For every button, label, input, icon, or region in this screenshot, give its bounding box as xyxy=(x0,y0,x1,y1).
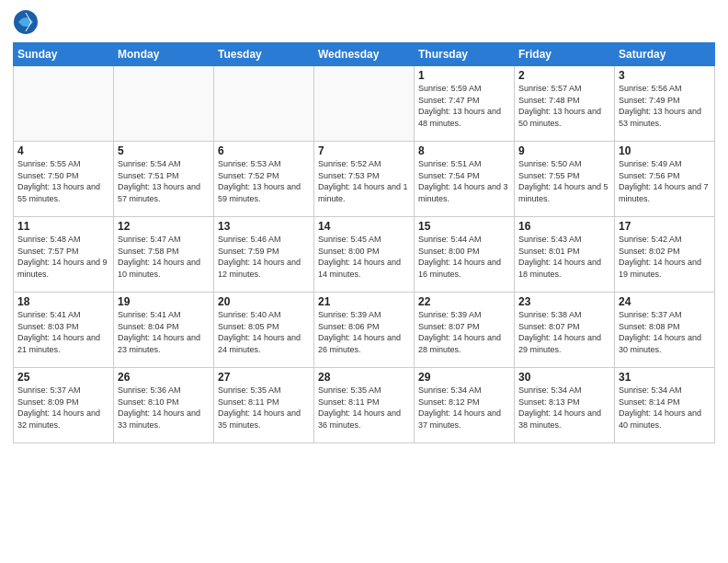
day-number: 20 xyxy=(218,295,310,308)
weekday-header: Sunday xyxy=(14,43,114,66)
day-number: 17 xyxy=(619,220,711,233)
calendar-cell: 20Sunrise: 5:40 AM Sunset: 8:05 PM Dayli… xyxy=(214,293,314,368)
day-number: 1 xyxy=(418,69,510,82)
day-number: 19 xyxy=(118,295,210,308)
calendar-cell: 28Sunrise: 5:35 AM Sunset: 8:11 PM Dayli… xyxy=(314,368,415,443)
day-number: 13 xyxy=(218,220,310,233)
logo xyxy=(13,9,40,35)
calendar-cell xyxy=(14,66,114,142)
day-info: Sunrise: 5:45 AM Sunset: 8:00 PM Dayligh… xyxy=(318,234,410,280)
calendar-cell xyxy=(314,66,415,142)
calendar-cell: 27Sunrise: 5:35 AM Sunset: 8:11 PM Dayli… xyxy=(214,368,314,443)
calendar-cell: 19Sunrise: 5:41 AM Sunset: 8:04 PM Dayli… xyxy=(114,293,214,368)
day-number: 21 xyxy=(318,295,410,308)
calendar-cell: 14Sunrise: 5:45 AM Sunset: 8:00 PM Dayli… xyxy=(314,217,415,293)
weekday-header: Friday xyxy=(515,43,615,66)
day-info: Sunrise: 5:55 AM Sunset: 7:50 PM Dayligh… xyxy=(17,158,109,204)
calendar-cell: 7Sunrise: 5:52 AM Sunset: 7:53 PM Daylig… xyxy=(314,142,415,217)
calendar-cell: 29Sunrise: 5:34 AM Sunset: 8:12 PM Dayli… xyxy=(415,368,515,443)
weekday-header: Tuesday xyxy=(214,43,314,66)
day-info: Sunrise: 5:39 AM Sunset: 8:06 PM Dayligh… xyxy=(318,309,410,355)
calendar-cell xyxy=(214,66,314,142)
day-number: 14 xyxy=(318,220,410,233)
calendar-week-row: 4Sunrise: 5:55 AM Sunset: 7:50 PM Daylig… xyxy=(14,142,715,217)
calendar-cell: 16Sunrise: 5:43 AM Sunset: 8:01 PM Dayli… xyxy=(515,217,615,293)
day-number: 5 xyxy=(118,144,210,157)
day-number: 3 xyxy=(619,69,711,82)
day-number: 28 xyxy=(318,371,410,384)
calendar-cell: 30Sunrise: 5:34 AM Sunset: 8:13 PM Dayli… xyxy=(515,368,615,443)
day-number: 27 xyxy=(218,371,310,384)
day-number: 7 xyxy=(318,144,410,157)
day-info: Sunrise: 5:35 AM Sunset: 8:11 PM Dayligh… xyxy=(218,385,310,431)
calendar-cell: 3Sunrise: 5:56 AM Sunset: 7:49 PM Daylig… xyxy=(615,66,715,142)
day-number: 9 xyxy=(518,144,610,157)
calendar-cell: 13Sunrise: 5:46 AM Sunset: 7:59 PM Dayli… xyxy=(214,217,314,293)
calendar-cell: 21Sunrise: 5:39 AM Sunset: 8:06 PM Dayli… xyxy=(314,293,415,368)
day-info: Sunrise: 5:53 AM Sunset: 7:52 PM Dayligh… xyxy=(218,158,310,204)
calendar-cell xyxy=(114,66,214,142)
calendar-cell: 15Sunrise: 5:44 AM Sunset: 8:00 PM Dayli… xyxy=(415,217,515,293)
weekday-header: Saturday xyxy=(615,43,715,66)
calendar-cell: 1Sunrise: 5:59 AM Sunset: 7:47 PM Daylig… xyxy=(415,66,515,142)
day-info: Sunrise: 5:42 AM Sunset: 8:02 PM Dayligh… xyxy=(619,234,711,280)
calendar-cell: 11Sunrise: 5:48 AM Sunset: 7:57 PM Dayli… xyxy=(14,217,114,293)
day-number: 15 xyxy=(418,220,510,233)
day-info: Sunrise: 5:46 AM Sunset: 7:59 PM Dayligh… xyxy=(218,234,310,280)
logo-icon xyxy=(13,9,39,35)
calendar-week-row: 11Sunrise: 5:48 AM Sunset: 7:57 PM Dayli… xyxy=(14,217,715,293)
day-number: 2 xyxy=(518,69,610,82)
day-number: 12 xyxy=(118,220,210,233)
calendar-cell: 24Sunrise: 5:37 AM Sunset: 8:08 PM Dayli… xyxy=(615,293,715,368)
calendar-cell: 18Sunrise: 5:41 AM Sunset: 8:03 PM Dayli… xyxy=(14,293,114,368)
calendar-week-row: 25Sunrise: 5:37 AM Sunset: 8:09 PM Dayli… xyxy=(14,368,715,443)
day-number: 24 xyxy=(619,295,711,308)
weekday-header: Monday xyxy=(114,43,214,66)
calendar-cell: 26Sunrise: 5:36 AM Sunset: 8:10 PM Dayli… xyxy=(114,368,214,443)
day-number: 26 xyxy=(118,371,210,384)
day-info: Sunrise: 5:39 AM Sunset: 8:07 PM Dayligh… xyxy=(418,309,510,355)
calendar-week-row: 1Sunrise: 5:59 AM Sunset: 7:47 PM Daylig… xyxy=(14,66,715,142)
day-info: Sunrise: 5:48 AM Sunset: 7:57 PM Dayligh… xyxy=(17,234,109,280)
day-info: Sunrise: 5:50 AM Sunset: 7:55 PM Dayligh… xyxy=(518,158,610,204)
day-info: Sunrise: 5:41 AM Sunset: 8:04 PM Dayligh… xyxy=(118,309,210,355)
day-info: Sunrise: 5:36 AM Sunset: 8:10 PM Dayligh… xyxy=(118,385,210,431)
day-info: Sunrise: 5:34 AM Sunset: 8:14 PM Dayligh… xyxy=(619,385,711,431)
day-info: Sunrise: 5:54 AM Sunset: 7:51 PM Dayligh… xyxy=(118,158,210,204)
calendar-page: SundayMondayTuesdayWednesdayThursdayFrid… xyxy=(0,0,728,563)
day-info: Sunrise: 5:56 AM Sunset: 7:49 PM Dayligh… xyxy=(619,83,711,129)
calendar-cell: 17Sunrise: 5:42 AM Sunset: 8:02 PM Dayli… xyxy=(615,217,715,293)
calendar-cell: 22Sunrise: 5:39 AM Sunset: 8:07 PM Dayli… xyxy=(415,293,515,368)
calendar-table: SundayMondayTuesdayWednesdayThursdayFrid… xyxy=(13,42,715,443)
weekday-header: Thursday xyxy=(415,43,515,66)
day-number: 11 xyxy=(17,220,109,233)
calendar-cell: 2Sunrise: 5:57 AM Sunset: 7:48 PM Daylig… xyxy=(515,66,615,142)
day-info: Sunrise: 5:47 AM Sunset: 7:58 PM Dayligh… xyxy=(118,234,210,280)
day-info: Sunrise: 5:57 AM Sunset: 7:48 PM Dayligh… xyxy=(518,83,610,129)
day-number: 18 xyxy=(17,295,109,308)
day-number: 23 xyxy=(518,295,610,308)
calendar-cell: 31Sunrise: 5:34 AM Sunset: 8:14 PM Dayli… xyxy=(615,368,715,443)
calendar-cell: 6Sunrise: 5:53 AM Sunset: 7:52 PM Daylig… xyxy=(214,142,314,217)
calendar-cell: 23Sunrise: 5:38 AM Sunset: 8:07 PM Dayli… xyxy=(515,293,615,368)
weekday-header-row: SundayMondayTuesdayWednesdayThursdayFrid… xyxy=(14,43,715,66)
calendar-cell: 12Sunrise: 5:47 AM Sunset: 7:58 PM Dayli… xyxy=(114,217,214,293)
day-info: Sunrise: 5:59 AM Sunset: 7:47 PM Dayligh… xyxy=(418,83,510,129)
day-info: Sunrise: 5:49 AM Sunset: 7:56 PM Dayligh… xyxy=(619,158,711,204)
day-number: 30 xyxy=(518,371,610,384)
calendar-week-row: 18Sunrise: 5:41 AM Sunset: 8:03 PM Dayli… xyxy=(14,293,715,368)
day-info: Sunrise: 5:37 AM Sunset: 8:09 PM Dayligh… xyxy=(17,385,109,431)
day-info: Sunrise: 5:34 AM Sunset: 8:12 PM Dayligh… xyxy=(418,385,510,431)
day-info: Sunrise: 5:44 AM Sunset: 8:00 PM Dayligh… xyxy=(418,234,510,280)
weekday-header: Wednesday xyxy=(314,43,415,66)
day-info: Sunrise: 5:38 AM Sunset: 8:07 PM Dayligh… xyxy=(518,309,610,355)
day-info: Sunrise: 5:40 AM Sunset: 8:05 PM Dayligh… xyxy=(218,309,310,355)
day-number: 8 xyxy=(418,144,510,157)
day-number: 6 xyxy=(218,144,310,157)
day-number: 25 xyxy=(17,371,109,384)
day-info: Sunrise: 5:51 AM Sunset: 7:54 PM Dayligh… xyxy=(418,158,510,204)
day-info: Sunrise: 5:41 AM Sunset: 8:03 PM Dayligh… xyxy=(17,309,109,355)
calendar-cell: 25Sunrise: 5:37 AM Sunset: 8:09 PM Dayli… xyxy=(14,368,114,443)
day-number: 22 xyxy=(418,295,510,308)
day-number: 16 xyxy=(518,220,610,233)
